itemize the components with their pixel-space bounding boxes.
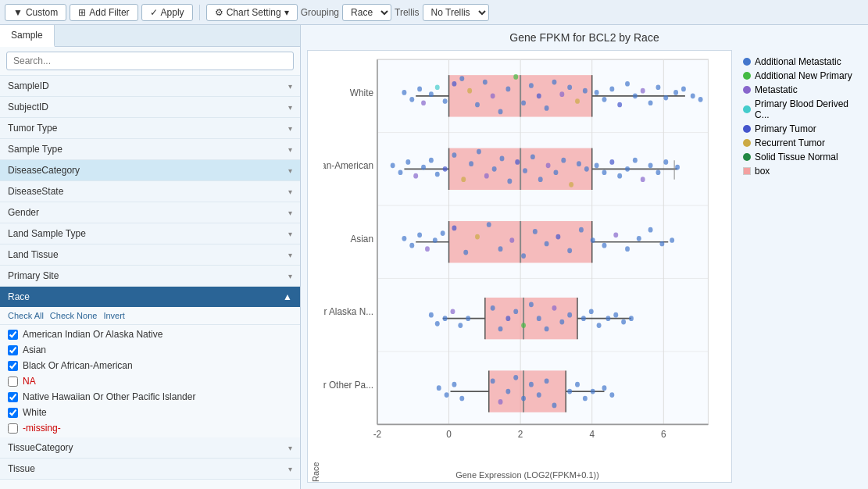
svg-point-166 [581,316,586,321]
race-checkbox-white[interactable] [8,408,18,418]
filter-item-land-tissue[interactable]: Land Tissue ▾ [0,244,300,266]
svg-point-49 [559,91,564,97]
trellis-select[interactable]: No Trellis [423,4,489,21]
svg-point-75 [405,159,410,165]
filter-item-subjectid[interactable]: SubjectID ▾ [0,97,300,118]
svg-point-95 [561,158,566,163]
svg-point-118 [409,243,414,248]
race-checkbox-missing[interactable] [8,423,18,434]
svg-point-100 [602,170,607,175]
svg-point-137 [613,233,618,238]
svg-point-32 [429,91,434,97]
custom-button[interactable]: ▼ Custom [5,4,66,21]
legend-box-box [743,167,751,175]
svg-point-135 [591,237,595,243]
add-filter-button[interactable]: ⊞ Add Filter [70,4,138,21]
race-option-american-indian: American Indian Or Alaska Native [0,327,300,342]
tab-sample[interactable]: Sample [0,25,55,47]
svg-point-83 [469,161,473,166]
chevron-right-icon: ▾ [288,145,292,154]
filter-item-tissue[interactable]: Tissue ▾ [0,459,300,480]
filter-item-land-sample-type[interactable]: Land Sample Type ▾ [0,223,300,244]
filter-item-disease-category[interactable]: DiseaseCategory ▾ [0,160,300,181]
chart-setting-label: Chart Setting [227,7,281,18]
svg-point-119 [417,233,422,238]
chart-svg-area: White Black Or African-American Asian Am… [323,51,731,468]
svg-point-130 [533,229,538,234]
filter-item-gender[interactable]: Gender ▾ [0,202,300,223]
svg-point-132 [555,234,560,240]
svg-point-57 [625,81,630,87]
chart-inner: White Black Or African-American Asian Am… [323,51,731,482]
svg-text:2: 2 [518,428,523,440]
svg-point-38 [475,102,480,108]
svg-point-36 [459,76,464,81]
svg-point-196 [602,385,607,391]
svg-point-39 [483,80,488,85]
svg-point-109 [675,165,680,170]
chart-legend: Additional Metastatic Additional New Pri… [737,50,862,483]
race-checkbox-na[interactable] [8,377,18,387]
chart-container: Race [307,50,732,483]
filter-item-sampleid[interactable]: SampleID ▾ [0,76,300,97]
race-options: American Indian Or Alaska Native Asian B… [0,325,300,437]
filter-item-primary-site[interactable]: Primary Site ▾ [0,266,300,287]
chevron-right-icon: ▾ [288,103,292,112]
svg-point-50 [567,84,572,90]
svg-point-164 [559,319,564,325]
separator [199,5,200,20]
grouping-select[interactable]: Race [342,4,391,21]
filter-item-disease-state[interactable]: DiseaseState ▾ [0,181,300,202]
svg-point-44 [521,100,526,105]
svg-point-187 [521,396,526,402]
check-all-link[interactable]: Check All [8,311,44,320]
svg-text:White: White [350,87,373,98]
svg-point-74 [398,170,403,175]
filter-item-race[interactable]: Race ▲ [0,287,300,307]
check-icon: ✓ [150,7,158,18]
add-filter-label: Add Filter [89,7,129,18]
filter-item-sample-type[interactable]: Sample Type ▾ [0,139,300,160]
svg-point-84 [477,149,481,155]
svg-point-128 [509,237,514,243]
custom-label: Custom [26,7,58,18]
svg-point-195 [591,389,595,394]
svg-point-180 [445,392,449,398]
search-input[interactable] [6,52,294,70]
legend-dot-primary-blood [743,105,751,113]
chevron-right-icon: ▾ [288,82,292,91]
svg-text:Native Hawaiian Or Other Pa...: Native Hawaiian Or Other Pa... [323,379,373,391]
svg-point-186 [513,375,518,380]
filter-item-tumor-type[interactable]: Tumor Type ▾ [0,118,300,139]
right-panel: Gene FPKM for BCL2 by Race Race [301,25,868,489]
svg-point-190 [545,378,549,384]
svg-point-191 [552,403,557,409]
check-none-link[interactable]: Check None [50,311,98,320]
svg-point-188 [529,382,534,387]
invert-link[interactable]: Invert [103,311,125,320]
race-option-na: NA [0,373,300,389]
svg-point-102 [617,173,622,179]
race-checkbox-black[interactable] [8,361,18,371]
svg-point-63 [673,90,678,95]
svg-point-192 [567,389,572,394]
gear-icon: ⚙ [215,7,223,18]
chevron-right-icon: ▾ [288,444,292,452]
race-option-white: White [0,405,300,420]
chart-setting-button[interactable]: ⚙ Chart Setting ▾ [206,4,298,21]
svg-point-66 [698,97,703,102]
svg-point-169 [605,316,610,321]
filter-item-tissue-category[interactable]: TissueCategory ▾ [0,437,300,459]
apply-button[interactable]: ✓ Apply [141,4,193,21]
svg-point-92 [538,177,543,182]
chevron-right-icon: ▾ [288,209,292,217]
svg-point-88 [507,179,512,184]
race-checkbox-native-hawaiian[interactable] [8,392,18,402]
svg-point-101 [609,159,614,165]
race-checkbox-asian[interactable] [8,345,18,355]
svg-point-138 [625,246,630,252]
race-checkbox-american-indian[interactable] [8,330,18,340]
chevron-right-icon: ▾ [288,187,292,196]
svg-point-155 [491,305,495,311]
svg-point-127 [498,246,503,252]
